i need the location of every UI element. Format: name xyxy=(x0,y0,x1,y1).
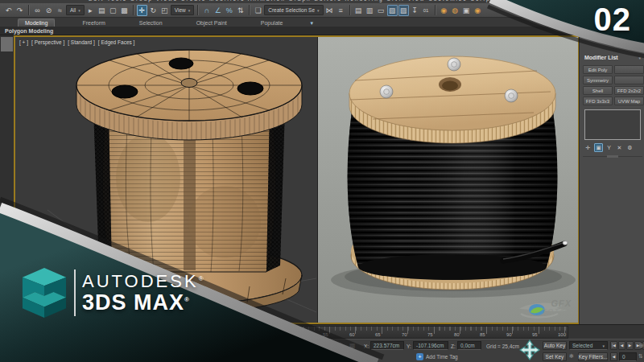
configure-modifier-sets-icon[interactable]: ⚙ xyxy=(625,143,634,152)
x-coordinate-field[interactable]: 223.577cm xyxy=(370,341,404,350)
tab-modeling[interactable]: Modeling xyxy=(18,19,55,27)
modifier-button-ffd2x2x2[interactable]: FFD 2x2x2 xyxy=(614,86,644,95)
modifier-button-edit-poly[interactable]: Edit Poly xyxy=(583,65,613,74)
select-by-name-icon[interactable]: ▤ xyxy=(97,5,107,16)
viewport-menu-general[interactable]: [ + ] xyxy=(19,39,28,45)
go-to-start-icon[interactable]: |◀ xyxy=(610,341,617,350)
curve-editor-icon[interactable]: ▧ xyxy=(387,5,398,16)
time-slider-ruler[interactable]: 45 50 55 60 65 70 75 80 85 90 95 100 xyxy=(14,326,568,339)
play-icon[interactable]: ▶ xyxy=(626,341,634,350)
chevron-down-icon: ▾ xyxy=(78,8,80,13)
paint-selection-icon[interactable]: ▩ xyxy=(119,5,130,16)
select-object-icon[interactable]: ▸ xyxy=(85,5,96,16)
timeline-tick-label: 100 xyxy=(558,332,566,337)
main-toolbar: ↶ ↷ ∞ ⊘ ≈ All ▾ ▸ ▤ ▢ ▩ ✛ ↻ ◰ View ▾ ∩ ∠… xyxy=(0,3,644,18)
timeline-tick-label: 85 xyxy=(480,332,485,337)
key-filters-button[interactable]: Key Filters... xyxy=(578,352,608,361)
angle-snap-icon[interactable]: ∠ xyxy=(213,5,223,16)
grid-size-readout: Grid = 25,4cm xyxy=(486,343,519,349)
modifier-button[interactable] xyxy=(614,65,644,74)
modifier-list-dropdown[interactable]: Modifier List ▾ xyxy=(584,55,641,60)
current-frame-field[interactable]: 0 xyxy=(619,352,637,361)
layer-manager-icon[interactable]: ▤ xyxy=(353,5,364,16)
key-mode-icon[interactable]: ◀ xyxy=(610,352,617,361)
modifier-stack-list[interactable] xyxy=(584,109,641,140)
spinner-icon[interactable]: ⇅ xyxy=(638,353,643,360)
timeline-tick-label: 65 xyxy=(375,332,381,337)
modifier-button-shell[interactable]: Shell xyxy=(583,86,613,95)
redo-icon[interactable]: ↷ xyxy=(14,5,25,16)
align-icon[interactable]: ≡ xyxy=(336,5,346,16)
mirror-icon[interactable]: ⋈ xyxy=(324,5,335,16)
modifier-button-symmetry[interactable]: Symmetry xyxy=(583,76,613,84)
status-bar: ✛ ▦ X: 223.577cm Y: -107.196cm Z: 0,0cm … xyxy=(0,339,644,362)
rectangular-selection-icon[interactable]: ▢ xyxy=(108,5,118,16)
z-coordinate-field[interactable]: 0,0cm xyxy=(457,341,481,350)
command-panel: Modifier List ▾ Edit Poly Symmetry Shell… xyxy=(579,35,644,324)
ribbon-toggle-icon[interactable]: ▭ xyxy=(376,5,386,16)
ribbon-tab-bar: Modeling Freeform Selection Object Paint… xyxy=(0,18,644,27)
track-bar: 45 50 55 60 65 70 75 80 85 90 95 100 xyxy=(0,324,644,339)
select-and-rotate-icon[interactable]: ↻ xyxy=(148,5,159,16)
show-end-result-icon[interactable]: ▣ xyxy=(594,143,603,152)
selection-filter-dropdown[interactable]: All ▾ xyxy=(66,5,85,15)
add-time-tag[interactable]: Add Time Tag xyxy=(426,354,458,360)
remove-modifier-icon[interactable]: ✕ xyxy=(615,143,624,152)
z-label: Z: xyxy=(451,343,456,349)
viewport-menu-style[interactable]: [ Edged Faces ] xyxy=(98,39,135,45)
spinner-snap-icon[interactable]: ⇅ xyxy=(235,5,246,16)
material-editor-icon[interactable]: ◉ xyxy=(439,5,449,16)
tab-populate[interactable]: Populate xyxy=(254,19,290,27)
modifier-button-grid: Edit Poly Symmetry Shell FFD 2x2x2 FFD 3… xyxy=(583,65,644,105)
selection-set-dropdown[interactable]: Selected ▾ xyxy=(569,341,608,350)
set-key-button[interactable]: Set Key xyxy=(543,352,567,361)
render-setup-icon[interactable]: ◍ xyxy=(450,5,460,16)
toolbar-separator xyxy=(349,5,350,15)
bind-to-space-warp-icon[interactable]: ≈ xyxy=(55,5,65,16)
polygon-modeling-panel[interactable]: Polygon Modeling xyxy=(0,27,644,35)
auto-key-button[interactable]: Auto Key xyxy=(543,341,567,350)
select-and-scale-icon[interactable]: ◰ xyxy=(159,5,170,16)
snaps-toggle-icon[interactable]: ∩ xyxy=(201,5,212,16)
selection-lock-icon[interactable]: ✛ xyxy=(338,342,344,349)
chevron-down-icon: ▾ xyxy=(638,56,641,60)
create-selection-set-dropdown[interactable]: Create Selection Se ▾ xyxy=(264,5,323,15)
menubar-items: Edit Tools Group Views Create Modifiers … xyxy=(89,0,559,2)
pin-stack-icon[interactable]: ✛ xyxy=(584,143,592,152)
modifier-button-ffd3x3x3[interactable]: FFD 3x3x3 xyxy=(583,97,613,105)
reference-coordinate-dropdown[interactable]: View ▾ xyxy=(171,5,195,15)
set-key-point-icon[interactable]: ✻ xyxy=(569,353,574,360)
zoom-icon[interactable]: ⊕ xyxy=(638,342,644,349)
modifier-button[interactable] xyxy=(614,76,644,84)
y-label: Y: xyxy=(407,343,411,349)
previous-frame-icon[interactable]: ◀ xyxy=(618,341,625,350)
modifier-stack-toolbar: ✛ ▣ Y ✕ ⚙ xyxy=(584,143,634,152)
absolute-mode-icon[interactable]: ▦ xyxy=(349,342,356,349)
modifier-button-uvw-map[interactable]: UVW Map xyxy=(614,97,644,105)
scene-explorer-icon[interactable]: ▥ xyxy=(365,5,375,16)
render-production-icon[interactable]: ◉ xyxy=(473,5,483,16)
y-coordinate-field[interactable]: -107.196cm xyxy=(413,341,448,350)
timeline-tick-label: 90 xyxy=(506,332,512,337)
rendered-frame-icon[interactable]: 01 xyxy=(421,5,431,16)
viewport-layout-tab[interactable] xyxy=(1,37,13,51)
viewport-menu-pov[interactable]: [ Perspective ] xyxy=(31,39,64,45)
viewport-menu-shading[interactable]: [ Standard ] xyxy=(68,39,95,45)
schematic-view-icon[interactable]: ▨ xyxy=(398,5,409,16)
chevron-down-icon: ▾ xyxy=(188,8,191,13)
rendered-frame-window-icon[interactable]: ▣ xyxy=(461,5,472,16)
undo-icon[interactable]: ↶ xyxy=(3,5,14,16)
tab-freeform[interactable]: Freeform xyxy=(76,19,111,27)
toolbar-separator xyxy=(28,5,29,15)
select-and-link-icon[interactable]: ∞ xyxy=(32,5,43,16)
ribbon-config-icon[interactable]: ▾ xyxy=(310,20,313,27)
make-unique-icon[interactable]: Y xyxy=(605,143,613,152)
edit-named-sets-icon[interactable]: ❏ xyxy=(253,5,263,16)
download-icon[interactable]: ↧ xyxy=(410,5,420,16)
unlink-selection-icon[interactable]: ⊘ xyxy=(43,5,54,16)
tab-object-paint[interactable]: Object Paint xyxy=(190,19,233,27)
brand-line-3dsmax: 3DS MAX® xyxy=(82,291,206,314)
tab-selection[interactable]: Selection xyxy=(133,19,169,27)
percent-snap-icon[interactable]: % xyxy=(224,5,234,16)
select-and-move-icon[interactable]: ✛ xyxy=(137,5,147,16)
